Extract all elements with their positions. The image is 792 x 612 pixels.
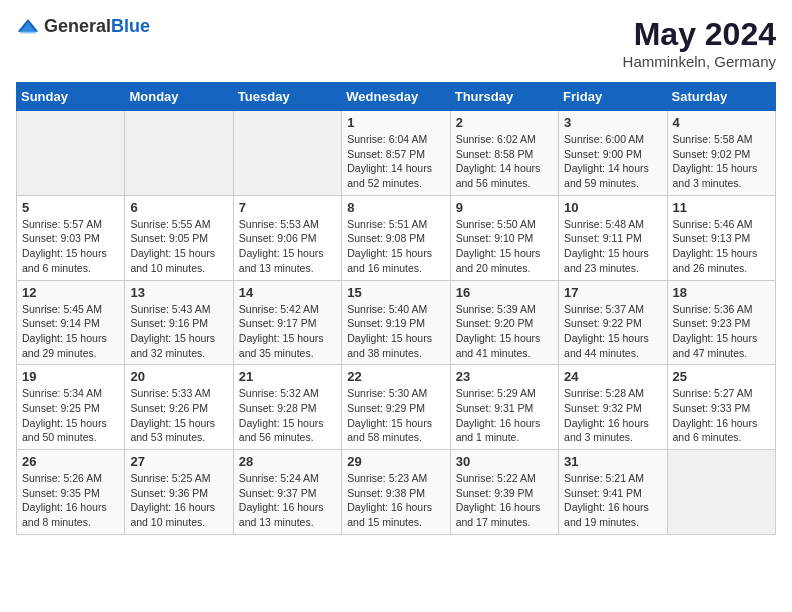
calendar-cell: 26Sunrise: 5:26 AMSunset: 9:35 PMDayligh…	[17, 450, 125, 535]
day-info: Sunrise: 5:53 AMSunset: 9:06 PMDaylight:…	[239, 217, 336, 276]
day-number: 29	[347, 454, 444, 469]
day-number: 27	[130, 454, 227, 469]
calendar-cell: 17Sunrise: 5:37 AMSunset: 9:22 PMDayligh…	[559, 280, 667, 365]
week-row-1: 1Sunrise: 6:04 AMSunset: 8:57 PMDaylight…	[17, 111, 776, 196]
day-number: 12	[22, 285, 119, 300]
calendar-cell: 13Sunrise: 5:43 AMSunset: 9:16 PMDayligh…	[125, 280, 233, 365]
calendar-cell: 19Sunrise: 5:34 AMSunset: 9:25 PMDayligh…	[17, 365, 125, 450]
day-info: Sunrise: 5:23 AMSunset: 9:38 PMDaylight:…	[347, 471, 444, 530]
day-info: Sunrise: 5:24 AMSunset: 9:37 PMDaylight:…	[239, 471, 336, 530]
day-info: Sunrise: 5:27 AMSunset: 9:33 PMDaylight:…	[673, 386, 770, 445]
day-number: 30	[456, 454, 553, 469]
day-number: 1	[347, 115, 444, 130]
day-number: 19	[22, 369, 119, 384]
day-info: Sunrise: 5:25 AMSunset: 9:36 PMDaylight:…	[130, 471, 227, 530]
calendar-cell: 2Sunrise: 6:02 AMSunset: 8:58 PMDaylight…	[450, 111, 558, 196]
day-number: 21	[239, 369, 336, 384]
calendar-cell: 5Sunrise: 5:57 AMSunset: 9:03 PMDaylight…	[17, 195, 125, 280]
day-number: 18	[673, 285, 770, 300]
calendar-cell: 7Sunrise: 5:53 AMSunset: 9:06 PMDaylight…	[233, 195, 341, 280]
calendar-cell: 14Sunrise: 5:42 AMSunset: 9:17 PMDayligh…	[233, 280, 341, 365]
week-row-2: 5Sunrise: 5:57 AMSunset: 9:03 PMDaylight…	[17, 195, 776, 280]
day-number: 8	[347, 200, 444, 215]
day-number: 20	[130, 369, 227, 384]
calendar-cell: 23Sunrise: 5:29 AMSunset: 9:31 PMDayligh…	[450, 365, 558, 450]
day-info: Sunrise: 5:39 AMSunset: 9:20 PMDaylight:…	[456, 302, 553, 361]
calendar-table: Sunday Monday Tuesday Wednesday Thursday…	[16, 82, 776, 535]
col-saturday: Saturday	[667, 83, 775, 111]
calendar-cell	[667, 450, 775, 535]
day-number: 7	[239, 200, 336, 215]
day-number: 31	[564, 454, 661, 469]
day-info: Sunrise: 5:32 AMSunset: 9:28 PMDaylight:…	[239, 386, 336, 445]
calendar-cell: 27Sunrise: 5:25 AMSunset: 9:36 PMDayligh…	[125, 450, 233, 535]
week-row-4: 19Sunrise: 5:34 AMSunset: 9:25 PMDayligh…	[17, 365, 776, 450]
day-number: 22	[347, 369, 444, 384]
calendar-cell: 6Sunrise: 5:55 AMSunset: 9:05 PMDaylight…	[125, 195, 233, 280]
day-number: 4	[673, 115, 770, 130]
calendar-cell	[125, 111, 233, 196]
day-info: Sunrise: 6:04 AMSunset: 8:57 PMDaylight:…	[347, 132, 444, 191]
col-tuesday: Tuesday	[233, 83, 341, 111]
col-friday: Friday	[559, 83, 667, 111]
col-sunday: Sunday	[17, 83, 125, 111]
day-info: Sunrise: 5:37 AMSunset: 9:22 PMDaylight:…	[564, 302, 661, 361]
calendar-cell: 8Sunrise: 5:51 AMSunset: 9:08 PMDaylight…	[342, 195, 450, 280]
day-number: 2	[456, 115, 553, 130]
day-info: Sunrise: 5:45 AMSunset: 9:14 PMDaylight:…	[22, 302, 119, 361]
day-info: Sunrise: 5:26 AMSunset: 9:35 PMDaylight:…	[22, 471, 119, 530]
calendar-cell: 29Sunrise: 5:23 AMSunset: 9:38 PMDayligh…	[342, 450, 450, 535]
calendar-cell: 4Sunrise: 5:58 AMSunset: 9:02 PMDaylight…	[667, 111, 775, 196]
day-info: Sunrise: 5:34 AMSunset: 9:25 PMDaylight:…	[22, 386, 119, 445]
day-info: Sunrise: 6:00 AMSunset: 9:00 PMDaylight:…	[564, 132, 661, 191]
week-row-3: 12Sunrise: 5:45 AMSunset: 9:14 PMDayligh…	[17, 280, 776, 365]
day-info: Sunrise: 5:29 AMSunset: 9:31 PMDaylight:…	[456, 386, 553, 445]
day-info: Sunrise: 5:48 AMSunset: 9:11 PMDaylight:…	[564, 217, 661, 276]
day-number: 28	[239, 454, 336, 469]
day-info: Sunrise: 5:22 AMSunset: 9:39 PMDaylight:…	[456, 471, 553, 530]
calendar-cell: 11Sunrise: 5:46 AMSunset: 9:13 PMDayligh…	[667, 195, 775, 280]
day-info: Sunrise: 5:40 AMSunset: 9:19 PMDaylight:…	[347, 302, 444, 361]
day-number: 26	[22, 454, 119, 469]
calendar-cell: 22Sunrise: 5:30 AMSunset: 9:29 PMDayligh…	[342, 365, 450, 450]
location-subtitle: Hamminkeln, Germany	[623, 53, 776, 70]
day-info: Sunrise: 5:43 AMSunset: 9:16 PMDaylight:…	[130, 302, 227, 361]
day-number: 6	[130, 200, 227, 215]
day-info: Sunrise: 6:02 AMSunset: 8:58 PMDaylight:…	[456, 132, 553, 191]
day-info: Sunrise: 5:33 AMSunset: 9:26 PMDaylight:…	[130, 386, 227, 445]
page-header: GeneralBlue May 2024 Hamminkeln, Germany	[16, 16, 776, 70]
calendar-cell: 21Sunrise: 5:32 AMSunset: 9:28 PMDayligh…	[233, 365, 341, 450]
day-number: 15	[347, 285, 444, 300]
calendar-cell: 9Sunrise: 5:50 AMSunset: 9:10 PMDaylight…	[450, 195, 558, 280]
day-number: 14	[239, 285, 336, 300]
day-number: 23	[456, 369, 553, 384]
calendar-cell: 1Sunrise: 6:04 AMSunset: 8:57 PMDaylight…	[342, 111, 450, 196]
col-wednesday: Wednesday	[342, 83, 450, 111]
day-info: Sunrise: 5:51 AMSunset: 9:08 PMDaylight:…	[347, 217, 444, 276]
title-block: May 2024 Hamminkeln, Germany	[623, 16, 776, 70]
calendar-cell: 15Sunrise: 5:40 AMSunset: 9:19 PMDayligh…	[342, 280, 450, 365]
calendar-cell	[17, 111, 125, 196]
calendar-cell: 28Sunrise: 5:24 AMSunset: 9:37 PMDayligh…	[233, 450, 341, 535]
day-number: 5	[22, 200, 119, 215]
day-number: 3	[564, 115, 661, 130]
day-info: Sunrise: 5:30 AMSunset: 9:29 PMDaylight:…	[347, 386, 444, 445]
day-info: Sunrise: 5:50 AMSunset: 9:10 PMDaylight:…	[456, 217, 553, 276]
logo-icon	[16, 17, 40, 37]
calendar-header-row: Sunday Monday Tuesday Wednesday Thursday…	[17, 83, 776, 111]
calendar-cell: 30Sunrise: 5:22 AMSunset: 9:39 PMDayligh…	[450, 450, 558, 535]
day-info: Sunrise: 5:28 AMSunset: 9:32 PMDaylight:…	[564, 386, 661, 445]
calendar-cell: 25Sunrise: 5:27 AMSunset: 9:33 PMDayligh…	[667, 365, 775, 450]
calendar-cell: 3Sunrise: 6:00 AMSunset: 9:00 PMDaylight…	[559, 111, 667, 196]
week-row-5: 26Sunrise: 5:26 AMSunset: 9:35 PMDayligh…	[17, 450, 776, 535]
day-number: 25	[673, 369, 770, 384]
calendar-cell: 18Sunrise: 5:36 AMSunset: 9:23 PMDayligh…	[667, 280, 775, 365]
day-number: 9	[456, 200, 553, 215]
day-info: Sunrise: 5:55 AMSunset: 9:05 PMDaylight:…	[130, 217, 227, 276]
day-info: Sunrise: 5:42 AMSunset: 9:17 PMDaylight:…	[239, 302, 336, 361]
day-info: Sunrise: 5:46 AMSunset: 9:13 PMDaylight:…	[673, 217, 770, 276]
month-year-title: May 2024	[623, 16, 776, 53]
logo: GeneralBlue	[16, 16, 150, 37]
day-info: Sunrise: 5:36 AMSunset: 9:23 PMDaylight:…	[673, 302, 770, 361]
logo-text: GeneralBlue	[44, 16, 150, 37]
